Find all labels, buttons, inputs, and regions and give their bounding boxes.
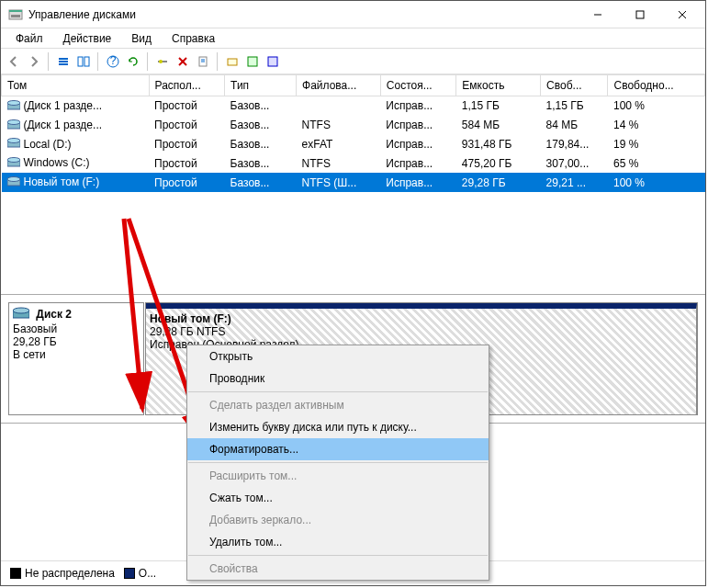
toolbar: ? xyxy=(1,49,705,74)
menubar: Файл Действие Вид Справка xyxy=(1,28,705,49)
svg-rect-23 xyxy=(268,57,277,66)
view-detail-button[interactable] xyxy=(74,52,93,71)
legend-unallocated-icon xyxy=(10,568,21,579)
partition-size: 29,28 ГБ NTFS xyxy=(150,325,692,338)
svg-rect-2 xyxy=(11,15,20,17)
cm-properties: Свойства xyxy=(187,558,489,580)
cm-separator xyxy=(188,555,488,556)
cm-shrink[interactable]: Сжать том... xyxy=(187,487,489,509)
separator xyxy=(48,52,50,71)
table-row[interactable]: Local (D:)ПростойБазов...exFATИсправ...9… xyxy=(2,135,705,154)
refresh-button[interactable] xyxy=(124,52,142,71)
disk-status: В сети xyxy=(13,348,140,361)
col-capacity[interactable]: Емкость xyxy=(456,75,541,96)
disk-name: Диск 2 xyxy=(36,308,72,321)
svg-rect-8 xyxy=(59,61,68,62)
col-filesystem[interactable]: Файлова... xyxy=(297,75,381,96)
svg-rect-21 xyxy=(228,59,237,65)
svg-rect-7 xyxy=(59,58,68,60)
action2-button[interactable] xyxy=(243,52,262,71)
col-status[interactable]: Состоя... xyxy=(380,75,456,96)
action1-button[interactable] xyxy=(223,52,242,71)
svg-point-33 xyxy=(7,177,20,182)
disk-icon xyxy=(13,307,29,322)
svg-rect-9 xyxy=(59,63,68,65)
svg-point-25 xyxy=(7,100,20,105)
legend-unallocated: Не распределена xyxy=(25,567,115,580)
volume-icon xyxy=(7,138,20,151)
table-row[interactable]: Windows (C:)ПростойБазов...NTFSИсправ...… xyxy=(2,153,705,173)
volume-icon xyxy=(7,100,20,113)
cm-format[interactable]: Форматировать... xyxy=(187,438,489,460)
settings-button[interactable] xyxy=(153,52,172,71)
legend-primary: О... xyxy=(139,567,156,580)
col-volume[interactable]: Том xyxy=(2,75,150,96)
separator xyxy=(147,52,149,71)
svg-point-15 xyxy=(159,60,163,63)
volume-table: Том Распол... Тип Файлова... Состоя... Е… xyxy=(1,74,705,192)
table-header-row: Том Распол... Тип Файлова... Состоя... Е… xyxy=(2,75,705,96)
window-title: Управление дисками xyxy=(28,8,577,21)
menu-help[interactable]: Справка xyxy=(163,30,224,47)
volume-icon xyxy=(7,176,20,189)
table-row[interactable]: Новый том (F:)ПростойБазов...NTFS (Ш...И… xyxy=(2,173,705,192)
svg-rect-11 xyxy=(84,57,89,66)
cm-active: Сделать раздел активным xyxy=(187,394,489,416)
col-free[interactable]: Своб... xyxy=(541,75,608,96)
close-button[interactable] xyxy=(661,1,703,28)
table-row[interactable]: (Диск 1 разде...ПростойБазов...NTFSИспра… xyxy=(2,116,705,135)
volume-icon xyxy=(7,119,20,132)
cm-delete[interactable]: Удалить том... xyxy=(187,531,489,553)
cm-explorer[interactable]: Проводник xyxy=(187,368,489,390)
cm-extend: Расширить том... xyxy=(187,465,489,487)
menu-view[interactable]: Вид xyxy=(122,30,161,47)
cm-separator xyxy=(188,462,488,463)
svg-rect-22 xyxy=(248,57,257,66)
legend-primary-icon xyxy=(124,568,135,579)
volume-icon xyxy=(7,157,20,170)
cm-open[interactable]: Открыть xyxy=(187,345,489,368)
svg-point-29 xyxy=(7,139,20,143)
titlebar: Управление дисками xyxy=(1,1,705,28)
svg-point-35 xyxy=(13,308,29,313)
col-type[interactable]: Тип xyxy=(225,75,297,96)
cm-mirror: Добавить зеркало... xyxy=(187,509,489,531)
volume-table-wrap: Том Распол... Тип Файлова... Состоя... Е… xyxy=(1,74,705,295)
context-menu: Открыть Проводник Сделать раздел активны… xyxy=(186,345,489,581)
disk-size: 29,28 ГБ xyxy=(13,335,140,348)
properties-button[interactable] xyxy=(194,52,212,71)
table-row[interactable]: (Диск 1 разде...ПростойБазов...Исправ...… xyxy=(2,96,705,116)
forward-button[interactable] xyxy=(25,52,43,71)
separator xyxy=(97,52,99,71)
separator xyxy=(217,52,219,71)
minimize-button[interactable] xyxy=(577,1,619,28)
maximize-button[interactable] xyxy=(619,1,661,28)
help-button[interactable]: ? xyxy=(104,52,122,71)
disk-type: Базовый xyxy=(13,322,140,335)
col-layout[interactable]: Распол... xyxy=(149,75,225,96)
action3-button[interactable] xyxy=(264,52,282,71)
view-list-button[interactable] xyxy=(54,52,73,71)
svg-text:?: ? xyxy=(110,55,117,67)
disk-info[interactable]: Диск 2 Базовый 29,28 ГБ В сети xyxy=(8,302,144,415)
partition-title: Новый том (F:) xyxy=(150,312,692,325)
menu-file[interactable]: Файл xyxy=(6,30,52,47)
app-icon xyxy=(8,7,23,22)
cm-separator xyxy=(188,391,488,392)
back-button[interactable] xyxy=(5,52,23,71)
col-freepct[interactable]: Свободно... xyxy=(608,75,705,96)
svg-point-31 xyxy=(7,158,20,163)
window-buttons xyxy=(577,1,703,28)
cm-change-letter[interactable]: Изменить букву диска или путь к диску... xyxy=(187,416,489,438)
svg-rect-1 xyxy=(9,10,22,12)
menu-action[interactable]: Действие xyxy=(54,30,121,47)
delete-button[interactable] xyxy=(174,52,192,71)
svg-rect-4 xyxy=(636,11,644,18)
svg-point-27 xyxy=(7,119,20,124)
svg-rect-10 xyxy=(78,57,83,66)
